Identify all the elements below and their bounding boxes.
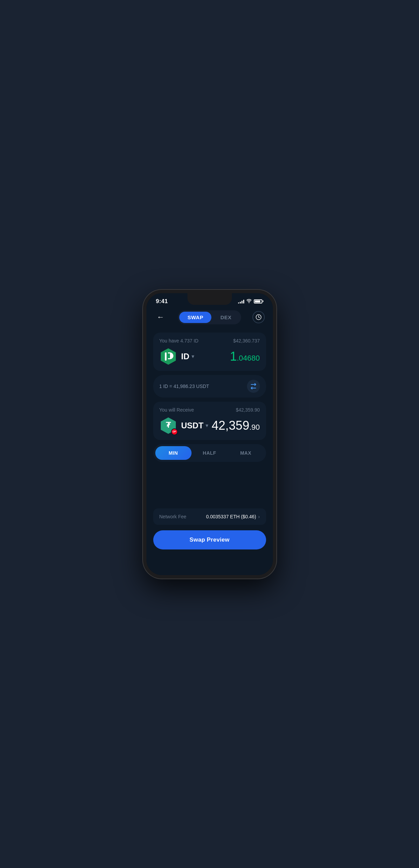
to-section-card: You will Receive $42,359.90 ₮ OP [153, 402, 266, 440]
signal-bars-icon [238, 299, 244, 303]
phone-screen: 9:41 [146, 293, 273, 575]
from-token-chevron-icon: ▾ [192, 353, 194, 360]
swap-preview-button[interactable]: Swap Preview [153, 530, 266, 549]
svg-rect-3 [168, 353, 170, 358]
swap-arrows-icon [250, 383, 257, 389]
svg-rect-2 [165, 352, 167, 361]
history-icon [256, 314, 262, 320]
shortcut-max-button[interactable]: MAX [228, 446, 264, 460]
from-section-header: You have 4.737 ID $42,360.737 [159, 338, 260, 344]
tab-swap[interactable]: SWAP [179, 312, 211, 323]
shortcut-min-button[interactable]: MIN [155, 446, 192, 460]
header: ← SWAP DEX [146, 308, 273, 330]
to-token-amount[interactable]: 42,359.90 [212, 418, 260, 433]
to-token-name-group: USDT ▾ [181, 421, 208, 430]
to-section-header: You will Receive $42,359.90 [159, 407, 260, 413]
network-fee-row: Network Fee 0.0035337 ETH ($0.46) › [153, 508, 266, 525]
to-token-symbol: USDT [181, 421, 204, 430]
rate-row: 1 ID = 41,986.23 USDT [153, 375, 266, 398]
from-token-amount[interactable]: 1.04680 [230, 349, 260, 364]
from-balance-usd: $42,360.737 [233, 338, 260, 344]
tab-dex[interactable]: DEX [212, 312, 239, 323]
to-token-selector[interactable]: ₮ OP USDT ▾ [159, 417, 208, 435]
status-time: 9:41 [156, 298, 168, 305]
phone-frame: 9:41 [143, 290, 276, 579]
svg-text:₮: ₮ [166, 421, 171, 429]
from-balance-label: You have 4.737 ID [159, 338, 199, 344]
to-token-row: ₮ OP USDT ▾ 42,359.90 [159, 417, 260, 435]
history-button[interactable] [252, 311, 265, 323]
to-token-chevron-icon: ▾ [206, 422, 208, 429]
fee-value-group[interactable]: 0.0035337 ETH ($0.46) › [206, 514, 260, 519]
id-token-icon [159, 348, 177, 365]
wifi-icon [246, 299, 252, 304]
swap-preview-label: Swap Preview [189, 536, 230, 543]
from-token-symbol: ID [181, 352, 189, 361]
from-token-name-group: ID ▾ [181, 352, 194, 361]
fee-chevron-icon: › [258, 514, 260, 519]
to-amount-decimal: .90 [249, 423, 260, 431]
to-amount-whole: 42,359 [212, 418, 249, 432]
rate-text: 1 ID = 41,986.23 USDT [159, 384, 209, 389]
status-icons [238, 299, 263, 304]
from-section-card: You have 4.737 ID $42,360.737 [153, 333, 266, 371]
shortcuts-row: MIN HALF MAX [153, 444, 266, 462]
main-content: You have 4.737 ID $42,360.737 [146, 330, 273, 575]
op-network-badge: OP [171, 428, 178, 435]
to-receive-usd: $42,359.90 [236, 407, 260, 413]
to-receive-label: You will Receive [159, 407, 194, 413]
back-arrow-icon: ← [157, 313, 165, 322]
content-spacer [153, 467, 266, 508]
usdt-token-icon-wrap: ₮ OP [159, 417, 177, 435]
back-button[interactable]: ← [155, 311, 167, 323]
from-token-selector[interactable]: ID ▾ [159, 348, 194, 365]
fee-value: 0.0035337 ETH ($0.46) [206, 514, 256, 519]
battery-icon [254, 299, 263, 303]
shortcut-half-button[interactable]: HALF [192, 446, 228, 460]
fee-label: Network Fee [159, 514, 186, 519]
from-amount-whole: 1 [230, 349, 237, 363]
swap-direction-button[interactable] [247, 380, 260, 393]
tab-group: SWAP DEX [178, 310, 241, 324]
from-amount-decimal: .04680 [237, 354, 260, 362]
from-token-row: ID ▾ 1.04680 [159, 348, 260, 365]
notch [187, 293, 232, 305]
